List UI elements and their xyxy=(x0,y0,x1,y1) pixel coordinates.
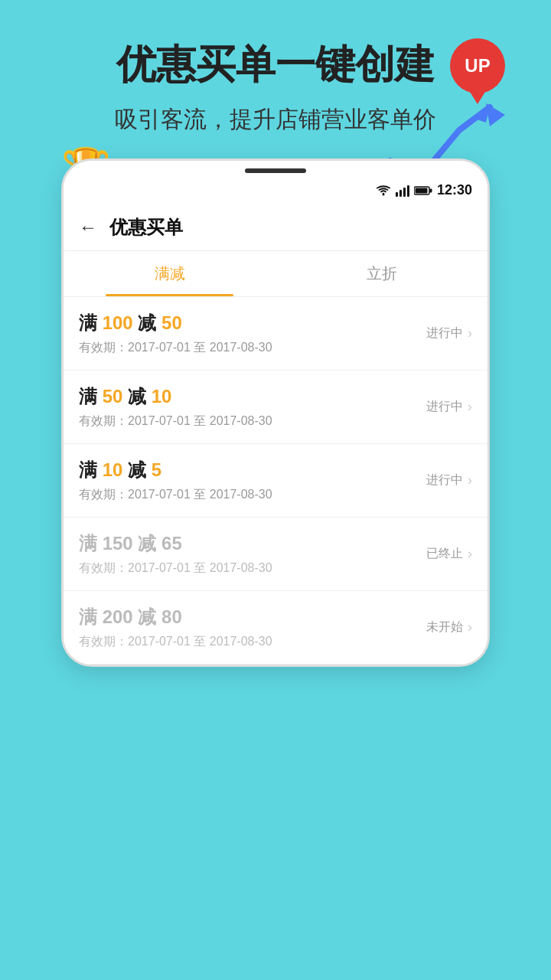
deal-status-3: 进行中› xyxy=(426,472,472,488)
nav-bar: ← 优惠买单 xyxy=(64,204,487,251)
deal-date-4: 有效期：2017-07-01 至 2017-08-30 xyxy=(79,560,426,577)
svg-rect-4 xyxy=(403,188,406,197)
deal-status-1: 进行中› xyxy=(426,325,472,341)
chevron-icon: › xyxy=(468,399,472,415)
status-time: 12:30 xyxy=(437,182,472,198)
deal-status-4: 已终止› xyxy=(426,546,472,562)
svg-rect-2 xyxy=(396,192,398,197)
top-section: 优惠买单一键创建 吸引客流，提升店铺营业客单价 UP 🏆 xyxy=(0,0,551,136)
chevron-icon: › xyxy=(468,325,472,341)
phone-frame: 12:30 ← 优惠买单 满减 立折 满 100 减 50有效期：2017-07… xyxy=(61,158,490,667)
main-title: 优惠买单一键创建 xyxy=(31,38,520,92)
deal-date-5: 有效期：2017-07-01 至 2017-08-30 xyxy=(79,634,426,650)
status-icons: 12:30 xyxy=(376,182,472,198)
wifi-icon xyxy=(376,185,391,197)
deal-item-3[interactable]: 满 10 减 5有效期：2017-07-01 至 2017-08-30进行中› xyxy=(64,444,487,518)
deal-date-2: 有效期：2017-07-01 至 2017-08-30 xyxy=(79,413,426,430)
deal-info-5: 满 200 减 80有效期：2017-07-01 至 2017-08-30 xyxy=(79,605,426,650)
tabs-container: 满减 立折 xyxy=(64,251,487,297)
nav-title: 优惠买单 xyxy=(109,215,183,240)
deal-item-4[interactable]: 满 150 减 65有效期：2017-07-01 至 2017-08-30已终止… xyxy=(64,518,487,591)
signal-icon xyxy=(396,185,409,197)
phone-notch xyxy=(245,168,306,173)
svg-rect-7 xyxy=(429,188,432,192)
svg-rect-8 xyxy=(415,188,427,193)
tab-li-zhe[interactable]: 立折 xyxy=(276,251,487,296)
deal-status-2: 进行中› xyxy=(426,399,472,415)
deal-info-2: 满 50 减 10有效期：2017-07-01 至 2017-08-30 xyxy=(79,384,426,430)
deal-list: 满 100 减 50有效期：2017-07-01 至 2017-08-30进行中… xyxy=(64,297,487,665)
battery-icon xyxy=(414,185,432,196)
svg-rect-3 xyxy=(399,190,402,197)
deal-item-1[interactable]: 满 100 减 50有效期：2017-07-01 至 2017-08-30进行中… xyxy=(64,297,487,371)
up-badge: UP xyxy=(450,38,505,93)
deal-main-5: 满 200 减 80 xyxy=(79,605,426,629)
svg-rect-5 xyxy=(407,185,409,197)
chevron-icon: › xyxy=(468,546,472,562)
tab-man-jian[interactable]: 满减 xyxy=(64,251,276,296)
deal-main-3: 满 10 减 5 xyxy=(79,458,426,482)
deal-item-2[interactable]: 满 50 减 10有效期：2017-07-01 至 2017-08-30进行中› xyxy=(64,371,487,444)
chevron-icon: › xyxy=(468,472,472,488)
deal-main-4: 满 150 减 65 xyxy=(79,531,426,556)
deal-info-4: 满 150 减 65有效期：2017-07-01 至 2017-08-30 xyxy=(79,531,426,577)
phone-mockup: 12:30 ← 优惠买单 满减 立折 满 100 减 50有效期：2017-07… xyxy=(61,158,490,667)
phone-top-bar xyxy=(64,161,487,176)
deal-status-5: 未开始› xyxy=(426,619,472,635)
status-bar: 12:30 xyxy=(64,176,487,204)
chevron-icon: › xyxy=(468,619,472,635)
svg-point-1 xyxy=(382,193,384,195)
deal-main-2: 满 50 减 10 xyxy=(79,384,426,409)
deal-item-5[interactable]: 满 200 减 80有效期：2017-07-01 至 2017-08-30未开始… xyxy=(64,591,487,665)
deal-date-1: 有效期：2017-07-01 至 2017-08-30 xyxy=(79,340,426,356)
deal-info-1: 满 100 减 50有效期：2017-07-01 至 2017-08-30 xyxy=(79,311,426,356)
deal-info-3: 满 10 减 5有效期：2017-07-01 至 2017-08-30 xyxy=(79,458,426,503)
back-button[interactable]: ← xyxy=(79,217,97,238)
deal-main-1: 满 100 减 50 xyxy=(79,311,426,335)
deal-date-3: 有效期：2017-07-01 至 2017-08-30 xyxy=(79,487,426,503)
